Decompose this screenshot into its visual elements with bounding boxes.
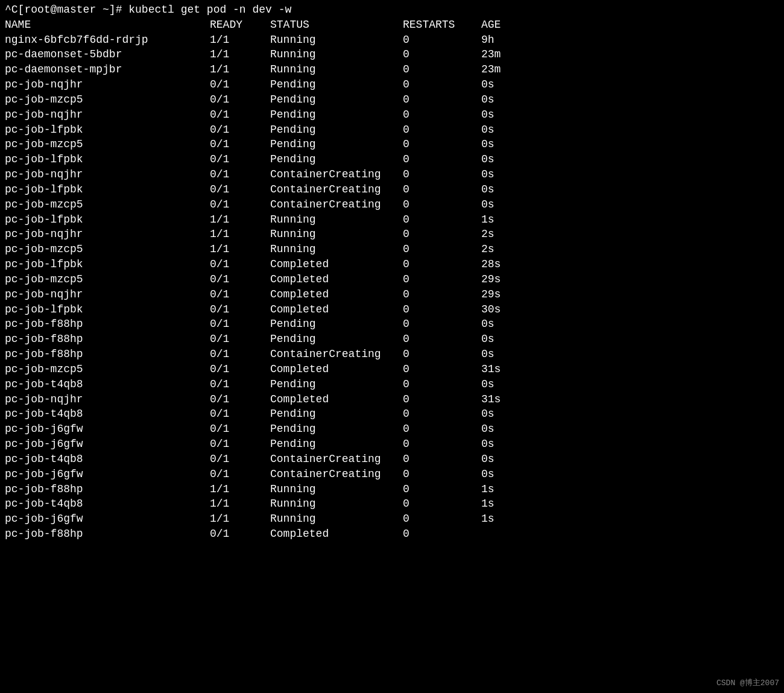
cell-ready: 0/1 — [210, 122, 270, 138]
table-row: pc-job-lfpbk0/1ContainerCreating00s — [5, 182, 779, 197]
cell-name: pc-job-nqjhr — [5, 392, 210, 407]
table-row: pc-job-t4qb80/1Pending00s — [5, 377, 779, 392]
table-row: pc-job-lfpbk1/1Running01s — [5, 212, 779, 227]
cell-ready: 1/1 — [210, 47, 270, 62]
cell-ready: 1/1 — [210, 212, 270, 227]
cell-ready: 0/1 — [210, 107, 270, 122]
table-row: pc-job-t4qb80/1Pending00s — [5, 407, 779, 422]
table-row: pc-job-f88hp1/1Running01s — [5, 482, 779, 497]
command-line: ^C[root@master ~]# kubectl get pod -n de… — [5, 2, 779, 17]
cell-status: Completed — [270, 362, 403, 377]
table-row: pc-job-mzcp50/1Pending00s — [5, 92, 779, 107]
header-restarts: RESTARTS — [403, 17, 481, 33]
cell-name: pc-job-f88hp — [5, 482, 210, 497]
table-row: pc-job-mzcp50/1Completed029s — [5, 272, 779, 287]
cell-name: pc-job-mzcp5 — [5, 137, 210, 152]
header-name: NAME — [5, 17, 210, 33]
cell-status: Running — [270, 62, 403, 77]
cell-age: 0s — [481, 152, 530, 167]
cell-age: 0s — [481, 467, 530, 482]
cell-restarts: 0 — [403, 33, 481, 48]
header-ready: READY — [210, 17, 270, 33]
cell-name: pc-job-j6gfw — [5, 422, 210, 437]
cell-ready: 1/1 — [210, 62, 270, 77]
table-row: pc-job-nqjhr0/1Pending00s — [5, 107, 779, 122]
cell-ready: 1/1 — [210, 511, 270, 527]
cell-restarts: 0 — [403, 92, 481, 107]
table-row: pc-daemonset-mpjbr1/1Running023m — [5, 62, 779, 77]
cell-age: 23m — [481, 47, 530, 62]
cell-age: 0s — [481, 137, 530, 152]
cell-status: Completed — [270, 392, 403, 407]
cell-age: 0s — [481, 452, 530, 467]
table-row: pc-job-nqjhr0/1Completed029s — [5, 287, 779, 302]
cell-restarts: 0 — [403, 167, 481, 182]
cell-status: Running — [270, 511, 403, 527]
cell-ready: 0/1 — [210, 182, 270, 197]
cell-restarts: 0 — [403, 407, 481, 422]
cell-restarts: 0 — [403, 362, 481, 377]
cell-ready: 0/1 — [210, 152, 270, 167]
cell-name: pc-job-f88hp — [5, 527, 210, 542]
cell-name: pc-job-nqjhr — [5, 287, 210, 302]
cell-status: ContainerCreating — [270, 467, 403, 482]
cell-status: ContainerCreating — [270, 167, 403, 182]
terminal-window: ^C[root@master ~]# kubectl get pod -n de… — [0, 0, 784, 693]
cell-ready: 0/1 — [210, 257, 270, 272]
cell-status: Running — [270, 496, 403, 511]
cell-age: 2s — [481, 227, 530, 242]
cell-restarts: 0 — [403, 527, 481, 542]
header-status: STATUS — [270, 17, 403, 33]
cell-name: pc-job-f88hp — [5, 332, 210, 347]
table-row: pc-job-mzcp51/1Running02s — [5, 242, 779, 257]
cell-status: Pending — [270, 332, 403, 347]
cell-name: pc-job-lfpbk — [5, 302, 210, 317]
cell-restarts: 0 — [403, 77, 481, 92]
table-row: pc-job-nqjhr0/1ContainerCreating00s — [5, 167, 779, 182]
cell-age: 2s — [481, 242, 530, 257]
table-row: pc-job-t4qb80/1ContainerCreating00s — [5, 452, 779, 467]
cell-restarts: 0 — [403, 257, 481, 272]
cell-ready: 0/1 — [210, 437, 270, 452]
cell-restarts: 0 — [403, 377, 481, 392]
cell-name: pc-job-mzcp5 — [5, 92, 210, 107]
table-row: pc-job-j6gfw0/1Pending00s — [5, 437, 779, 452]
cell-restarts: 0 — [403, 317, 481, 332]
cell-restarts: 0 — [403, 302, 481, 317]
cell-ready: 0/1 — [210, 197, 270, 212]
cell-status: ContainerCreating — [270, 197, 403, 212]
cell-status: Pending — [270, 377, 403, 392]
cell-age: 30s — [481, 302, 530, 317]
cell-restarts: 0 — [403, 212, 481, 227]
cell-ready: 0/1 — [210, 347, 270, 362]
cell-restarts: 0 — [403, 347, 481, 362]
cell-age: 0s — [481, 122, 530, 138]
cell-age: 0s — [481, 332, 530, 347]
cell-restarts: 0 — [403, 227, 481, 242]
cell-name: pc-job-mzcp5 — [5, 197, 210, 212]
cell-restarts: 0 — [403, 437, 481, 452]
cell-name: pc-job-lfpbk — [5, 182, 210, 197]
cell-status: ContainerCreating — [270, 452, 403, 467]
cell-restarts: 0 — [403, 197, 481, 212]
table-row: pc-job-t4qb81/1Running01s — [5, 496, 779, 511]
cell-status: Running — [270, 227, 403, 242]
cell-age — [481, 527, 530, 542]
cell-status: Running — [270, 242, 403, 257]
cell-status: Completed — [270, 302, 403, 317]
cell-age: 23m — [481, 62, 530, 77]
cell-restarts: 0 — [403, 122, 481, 138]
cell-restarts: 0 — [403, 496, 481, 511]
cell-ready: 0/1 — [210, 272, 270, 287]
table-row: pc-job-f88hp0/1Pending00s — [5, 332, 779, 347]
table-row: pc-job-nqjhr1/1Running02s — [5, 227, 779, 242]
cell-status: Completed — [270, 272, 403, 287]
cell-restarts: 0 — [403, 47, 481, 62]
cell-age: 9h — [481, 33, 530, 48]
table-row: pc-job-lfpbk0/1Pending00s — [5, 152, 779, 167]
cell-restarts: 0 — [403, 107, 481, 122]
cell-restarts: 0 — [403, 392, 481, 407]
cell-age: 1s — [481, 212, 530, 227]
cell-ready: 0/1 — [210, 452, 270, 467]
cell-ready: 0/1 — [210, 392, 270, 407]
